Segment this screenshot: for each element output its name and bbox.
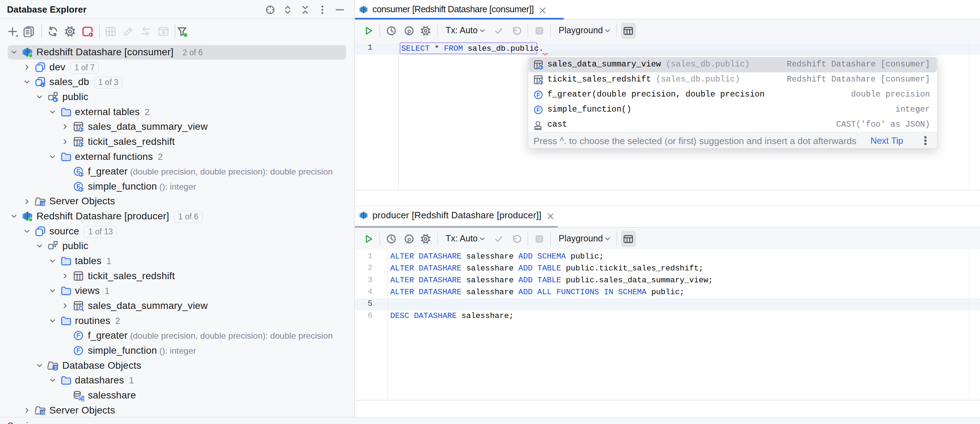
svg-text:F: F bbox=[76, 168, 81, 175]
svg-text:F: F bbox=[76, 332, 81, 339]
svg-text:p: p bbox=[407, 28, 411, 34]
svg-text:p: p bbox=[407, 236, 411, 242]
svg-text:F: F bbox=[76, 347, 81, 354]
svg-text:F: F bbox=[76, 183, 81, 190]
